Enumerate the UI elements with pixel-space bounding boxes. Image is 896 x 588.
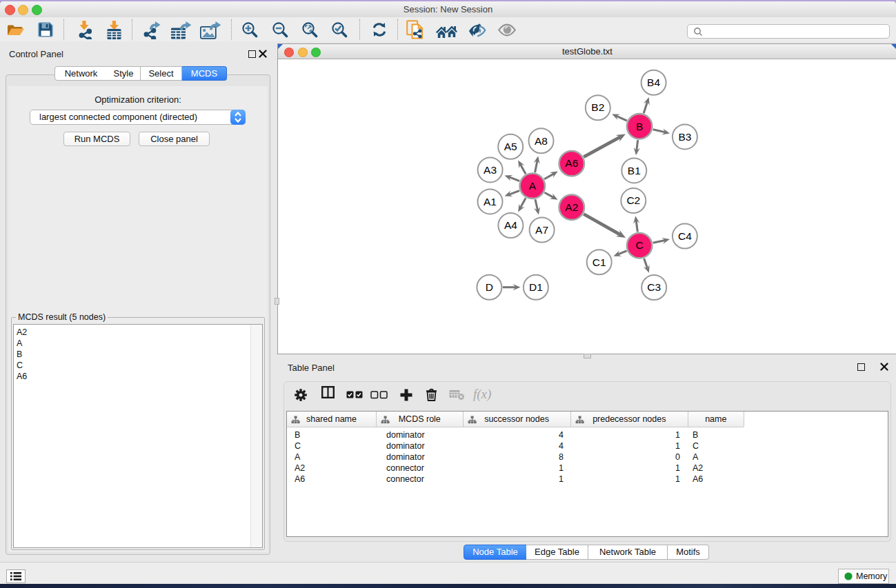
svg-text:C3: C3 xyxy=(647,281,661,293)
svg-text:D1: D1 xyxy=(529,281,543,293)
svg-text:B3: B3 xyxy=(678,131,691,143)
svg-text:A: A xyxy=(529,180,537,192)
svg-text:B: B xyxy=(636,121,643,132)
svg-text:B1: B1 xyxy=(628,165,641,176)
svg-text:A1: A1 xyxy=(484,196,497,207)
svg-text:C2: C2 xyxy=(626,194,640,206)
svg-text:A5: A5 xyxy=(504,141,517,152)
svg-text:B2: B2 xyxy=(591,101,604,113)
svg-text:C1: C1 xyxy=(593,256,606,268)
svg-text:A2: A2 xyxy=(565,201,578,213)
svg-text:D: D xyxy=(486,281,493,293)
svg-text:C4: C4 xyxy=(678,230,692,242)
svg-text:A6: A6 xyxy=(565,157,578,169)
svg-text:A3: A3 xyxy=(484,164,497,176)
svg-text:A7: A7 xyxy=(535,224,548,236)
svg-text:A8: A8 xyxy=(535,135,548,147)
svg-text:A4: A4 xyxy=(504,219,517,231)
svg-text:C: C xyxy=(635,239,643,251)
svg-text:B4: B4 xyxy=(647,77,660,88)
